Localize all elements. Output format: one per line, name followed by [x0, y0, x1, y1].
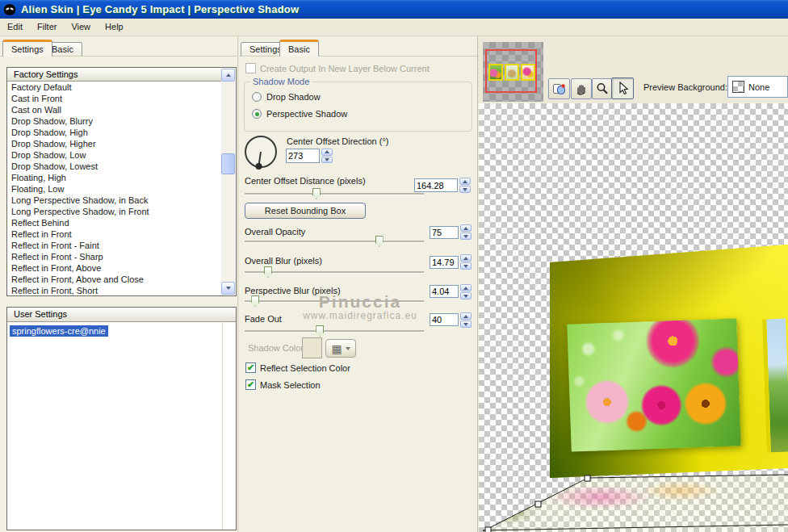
list-item[interactable]: Cast on Wall	[7, 104, 236, 115]
arrow-up-icon	[463, 180, 467, 183]
direction-dial[interactable]	[242, 134, 279, 171]
selected-user-preset[interactable]: springflowers-cre@nnie	[10, 325, 108, 337]
list-item[interactable]: Drop Shadow, High	[7, 127, 236, 138]
list-item[interactable]: Drop Shadow, Blurry	[7, 115, 236, 127]
navigator-image-2	[505, 64, 519, 81]
spin-up-button[interactable]	[321, 149, 333, 156]
spin-up-button[interactable]	[460, 284, 472, 291]
overall-blur-spinner[interactable]	[460, 254, 472, 270]
slider-thumb[interactable]	[264, 266, 272, 278]
drop-shadow-radio[interactable]	[252, 92, 262, 102]
fade-out-slider[interactable]	[245, 325, 424, 337]
overall-blur-slider[interactable]	[245, 266, 424, 278]
perspective-blur-input[interactable]	[430, 285, 459, 298]
spin-down-button[interactable]	[460, 232, 472, 240]
navigator-image-1	[488, 64, 503, 81]
spin-up-button[interactable]	[460, 312, 472, 320]
arrow-down-icon	[463, 235, 468, 238]
menu-edit[interactable]: Edit	[0, 19, 30, 31]
slider-thumb[interactable]	[316, 325, 324, 337]
scroll-up-button[interactable]	[221, 69, 235, 82]
opacity-spinner[interactable]	[460, 224, 472, 240]
spin-up-button[interactable]	[460, 224, 472, 232]
list-item[interactable]: Floating, High	[7, 172, 236, 183]
spin-down-button[interactable]	[460, 320, 472, 328]
list-item[interactable]: Floating, Low	[7, 183, 236, 195]
transparency-checker-icon	[732, 81, 744, 93]
preview-panel: Preview Background: None	[479, 36, 788, 532]
list-item[interactable]: Drop Shadow, Higher	[7, 138, 236, 149]
overall-opacity-slider[interactable]	[245, 236, 424, 247]
spin-up-button[interactable]	[460, 254, 472, 262]
list-item[interactable]: Reflect in Front, Short	[7, 285, 236, 296]
distance-spinner[interactable]	[459, 178, 471, 194]
list-item[interactable]: Reflect Behind	[7, 217, 236, 228]
perspective-blur-spinner[interactable]	[460, 284, 472, 300]
drop-shadow-label: Drop Shadow	[266, 92, 321, 102]
fade-out-input[interactable]	[430, 313, 459, 326]
direction-spinner[interactable]	[321, 149, 333, 163]
center-offset-direction-input[interactable]	[286, 149, 320, 163]
center-offset-distance-label: Center Offset Distance (pixels)	[245, 176, 366, 186]
list-item[interactable]: Drop Shadow, Low	[7, 149, 236, 161]
list-item[interactable]: Factory Default	[7, 82, 236, 93]
slider-thumb[interactable]	[251, 295, 259, 307]
list-item[interactable]: Reflect in Front, Above	[7, 262, 236, 274]
list-item[interactable]: Reflect in Front, Above and Close	[7, 274, 236, 285]
menu-view[interactable]: View	[64, 19, 98, 31]
bounding-box-overlay[interactable]	[479, 103, 788, 532]
list-item[interactable]: Drop Shadow, Lowest	[7, 161, 236, 172]
shadow-mode-title: Shadow Mode	[250, 77, 312, 86]
spin-down-button[interactable]	[460, 292, 472, 300]
create-output-checkbox[interactable]	[245, 63, 256, 73]
compare-preview-button[interactable]	[548, 78, 570, 99]
navigator-thumbnail[interactable]	[483, 42, 543, 102]
arrow-up-icon	[463, 287, 468, 290]
list-item[interactable]: Cast in Front	[7, 93, 236, 104]
bounding-box-handles[interactable]	[485, 475, 590, 532]
zoom-tool-button[interactable]	[592, 78, 612, 99]
slider-thumb[interactable]	[312, 188, 321, 199]
fade-out-label: Fade Out	[245, 314, 282, 324]
preview-background-dropdown[interactable]: None	[727, 76, 788, 98]
center-offset-direction-label: Center Offset Direction (°)	[287, 136, 388, 146]
scroll-thumb[interactable]	[221, 153, 235, 174]
user-list-scroll-track	[222, 321, 236, 530]
preview-canvas[interactable]	[479, 103, 788, 532]
menu-filter[interactable]: Filter	[30, 19, 64, 31]
color-palette-button[interactable]: ▦	[325, 339, 356, 358]
reset-bounding-box-button[interactable]: Reset Bounding Box	[245, 203, 366, 219]
factory-settings-list: Factory Settings Factory DefaultCast in …	[6, 67, 237, 296]
user-settings-list: User Settings springflowers-cre@nnie	[6, 307, 237, 530]
list-item[interactable]: Reflect in Front - Sharp	[7, 251, 236, 262]
overall-opacity-input[interactable]	[430, 226, 459, 239]
factory-list-scrollbar[interactable]	[221, 69, 235, 295]
list-item[interactable]: Reflect in Front - Faint	[7, 240, 236, 251]
pointer-icon	[616, 82, 629, 95]
overall-blur-input[interactable]	[430, 256, 459, 269]
tab-basic-mid[interactable]: Basic	[279, 40, 319, 57]
tab-divider	[239, 56, 477, 57]
perspective-shadow-radio[interactable]	[252, 109, 262, 119]
fade-out-spinner[interactable]	[460, 312, 472, 328]
perspective-blur-slider[interactable]	[245, 295, 424, 307]
titlebar[interactable]: Alien Skin | Eye Candy 5 Impact | Perspe…	[0, 0, 788, 19]
mask-selection-checkbox[interactable]: ✔	[245, 379, 256, 390]
spin-down-button[interactable]	[460, 262, 472, 270]
spin-down-button[interactable]	[321, 157, 333, 164]
shadow-color-swatch[interactable]	[302, 337, 322, 358]
list-item[interactable]: Long Perspective Shadow, in Back	[7, 195, 236, 206]
slider-thumb[interactable]	[375, 236, 384, 247]
hand-tool-button[interactable]	[571, 78, 592, 99]
reflect-selection-color-label: Reflect Selection Color	[260, 363, 350, 373]
spin-down-button[interactable]	[459, 186, 471, 193]
list-item[interactable]: Reflect in Front	[7, 228, 236, 240]
scroll-down-button[interactable]	[221, 282, 235, 295]
center-offset-distance-slider[interactable]	[245, 188, 424, 199]
list-item[interactable]: Long Perspective Shadow, in Front	[7, 206, 236, 217]
menu-help[interactable]: Help	[98, 19, 131, 31]
reflect-selection-color-checkbox[interactable]: ✔	[245, 362, 256, 373]
spin-up-button[interactable]	[459, 178, 471, 185]
tab-settings-left[interactable]: Settings	[2, 40, 52, 57]
pointer-tool-button[interactable]	[611, 77, 634, 99]
